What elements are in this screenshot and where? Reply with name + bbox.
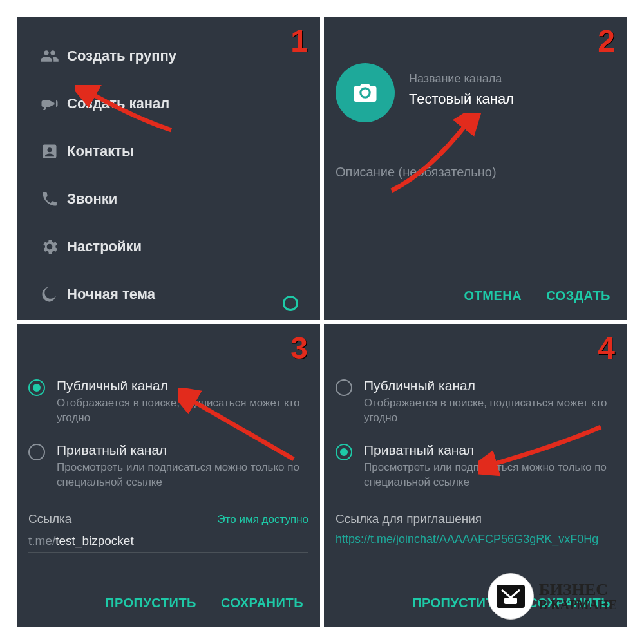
menu-item-calls[interactable]: Звонки — [28, 175, 308, 223]
radio-public-channel[interactable]: Публичный канал Отображается в поиске, п… — [336, 378, 616, 426]
watermark-line1: БИЗНЕС — [539, 580, 608, 599]
step-number: 3 — [290, 330, 308, 366]
megaphone-icon — [32, 94, 67, 113]
group-icon — [32, 46, 67, 66]
menu-label: Контакты — [67, 143, 134, 160]
save-button[interactable]: СОХРАНИТЬ — [221, 596, 303, 611]
link-prefix: t.me/ — [28, 534, 55, 547]
menu-item-night-mode[interactable]: Ночная тема — [28, 270, 308, 318]
side-menu: Создать группу Создать канал Контакты Зв… — [28, 32, 308, 318]
menu-label: Ночная тема — [67, 286, 155, 303]
menu-item-create-group[interactable]: Создать группу — [28, 32, 308, 80]
link-available-hint: Это имя доступно — [217, 513, 308, 526]
panel-step-2: 2 Название канала Тестовый канал Описани… — [324, 17, 627, 320]
menu-item-contacts[interactable]: Контакты — [28, 128, 308, 175]
gear-icon — [32, 237, 67, 256]
moon-icon — [32, 285, 67, 303]
camera-icon — [352, 79, 379, 106]
channel-desc-input[interactable]: Описание (необязательно) — [336, 161, 616, 184]
watermark-logo — [488, 573, 534, 620]
step-number: 2 — [598, 23, 616, 59]
invite-link[interactable]: https://t.me/joinchat/AAAAAFCP56G3gRK_vx… — [336, 531, 616, 547]
phone-icon — [32, 190, 67, 208]
link-value: test_bizpocket — [55, 534, 133, 547]
radio-title: Приватный канал — [57, 442, 308, 458]
watermark-text: БИЗНЕС В КАРМАНЕ — [539, 581, 617, 612]
radio-desc: Просмотреть или подписаться можно только… — [57, 460, 308, 490]
menu-label: Создать группу — [67, 48, 176, 64]
create-button[interactable]: СОЗДАТЬ — [546, 289, 611, 303]
annotation-arrow — [379, 113, 488, 197]
channel-photo-button[interactable] — [336, 63, 395, 122]
panel-step-1: 1 Создать группу Создать канал Контакты — [17, 17, 320, 320]
step-number: 4 — [598, 330, 616, 366]
invite-link-label: Ссылка для приглашения — [336, 512, 616, 526]
radio-desc: Отображается в поиске, подписаться может… — [57, 396, 308, 426]
skip-button[interactable]: ПРОПУСТИТЬ — [105, 596, 196, 611]
menu-label: Звонки — [67, 191, 117, 207]
step-number: 1 — [290, 23, 308, 59]
radio-title: Публичный канал — [57, 378, 308, 393]
watermark-line2: В КАРМАНЕ — [539, 598, 617, 612]
menu-item-create-channel[interactable]: Создать канал — [28, 80, 308, 128]
radio-indicator — [28, 444, 45, 460]
menu-item-settings[interactable]: Настройки — [28, 223, 308, 270]
menu-label: Создать канал — [67, 95, 169, 112]
link-input[interactable]: t.me/test_bizpocket — [28, 530, 308, 553]
watermark: БИЗНЕС В КАРМАНЕ — [488, 573, 617, 620]
radio-public-channel[interactable]: Публичный канал Отображается в поиске, п… — [28, 378, 308, 426]
radio-indicator — [28, 379, 45, 396]
svg-rect-0 — [497, 585, 525, 608]
link-label: Ссылка — [28, 512, 71, 526]
contact-icon — [32, 142, 67, 160]
radio-indicator — [336, 379, 352, 396]
radio-indicator — [336, 444, 352, 460]
radio-private-channel[interactable]: Приватный канал Просмотреть или подписат… — [336, 442, 616, 490]
cancel-button[interactable]: ОТМЕНА — [464, 289, 522, 303]
menu-label: Настройки — [67, 238, 142, 255]
panel-step-3: 3 Публичный канал Отображается в поиске,… — [17, 324, 320, 627]
radio-title: Публичный канал — [364, 378, 616, 393]
svg-rect-1 — [504, 598, 517, 604]
tutorial-grid: 1 Создать группу Создать канал Контакты — [13, 13, 631, 631]
radio-private-channel[interactable]: Приватный канал Просмотреть или подписат… — [28, 442, 308, 490]
channel-name-label: Название канала — [409, 72, 616, 86]
radio-title: Приватный канал — [364, 442, 616, 458]
channel-name-input[interactable]: Тестовый канал — [409, 88, 616, 113]
radio-desc: Отображается в поиске, подписаться может… — [364, 396, 616, 426]
radio-desc: Просмотреть или подписаться можно только… — [364, 460, 616, 490]
